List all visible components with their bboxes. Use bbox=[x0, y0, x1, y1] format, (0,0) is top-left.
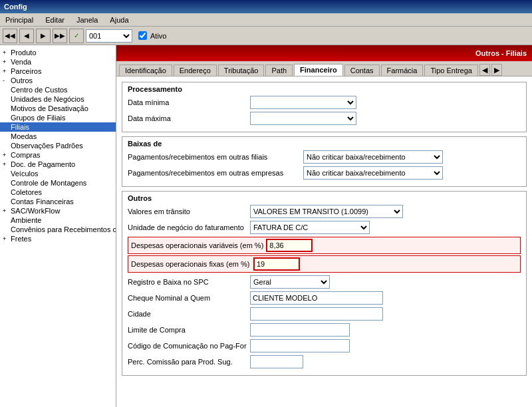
row-despesas-fixas: Despesas operacionais fixas (em %) bbox=[128, 255, 521, 273]
row-codigo-comunicacao: Código de Comunicação no Pag-For bbox=[128, 339, 521, 352]
input-limite-compra[interactable] bbox=[250, 323, 350, 337]
row-perc-comissao: Perc. Comissão para Prod. Sug. bbox=[128, 355, 521, 368]
label-pagamentos-filiais: Pagamentos/recebimentos em outras filiai… bbox=[128, 153, 301, 161]
section-processamento-title: Processamento bbox=[128, 85, 521, 93]
sidebar-item-fretes[interactable]: + Fretes bbox=[0, 234, 116, 243]
sidebar-item-ambiente[interactable]: Ambiente bbox=[0, 215, 116, 225]
expand-icon-produto: + bbox=[3, 49, 9, 56]
content-area: Outros - Filiais Identificação Endereço … bbox=[116, 45, 532, 407]
menu-principal[interactable]: Principal bbox=[3, 15, 36, 25]
label-despesas-fixas: Despesas operacionais fixas (em %) bbox=[131, 260, 251, 268]
back-button[interactable]: ◀ bbox=[19, 29, 34, 43]
form-content: Processamento Data mínima Data máxima Ba… bbox=[116, 76, 532, 407]
section-baixas-title: Baixas de bbox=[128, 140, 521, 148]
input-despesas-variaveis[interactable] bbox=[266, 239, 313, 252]
menu-ajuda[interactable]: Ajuda bbox=[107, 15, 131, 25]
row-cidade: Cidade bbox=[128, 307, 521, 321]
tab-scroll-right[interactable]: ▶ bbox=[491, 64, 502, 76]
sidebar-item-outros[interactable]: - Outros bbox=[0, 76, 116, 85]
row-despesas-variaveis: Despesas operacionais variáveis (em %) bbox=[128, 237, 521, 254]
sidebar-item-convenios[interactable]: Convênios para Recebimentos c bbox=[0, 225, 116, 234]
tab-scroll-left[interactable]: ◀ bbox=[479, 64, 490, 76]
confirm-button[interactable]: ✓ bbox=[69, 29, 84, 43]
row-pagamentos-filiais: Pagamentos/recebimentos em outras filiai… bbox=[128, 150, 521, 164]
select-data-minima[interactable] bbox=[250, 96, 356, 109]
menu-janela[interactable]: Janela bbox=[74, 15, 100, 25]
menu-editar[interactable]: Editar bbox=[43, 15, 67, 25]
sidebar-item-filiais[interactable]: Filiais bbox=[0, 122, 116, 132]
sidebar-item-grupos-filiais[interactable]: Grupos de Filiais bbox=[0, 113, 116, 122]
tab-tributacao[interactable]: Tributação bbox=[218, 65, 265, 76]
section-baixas: Baixas de Pagamentos/recebimentos em out… bbox=[122, 136, 527, 187]
select-valores-transito[interactable]: VALORES EM TRANSITO (1.0099) bbox=[250, 205, 403, 218]
expand-icon-parceiros: + bbox=[3, 68, 9, 74]
input-despesas-fixas[interactable] bbox=[253, 257, 300, 271]
code-select[interactable]: 001 bbox=[86, 29, 132, 43]
row-data-minima: Data mínima bbox=[128, 96, 521, 109]
ativo-label: Ativo bbox=[150, 32, 166, 40]
tab-financeiro[interactable]: Financeiro bbox=[294, 64, 343, 76]
row-valores-transito: Valores em trânsito VALORES EM TRANSITO … bbox=[128, 205, 521, 218]
tab-identificacao[interactable]: Identificação bbox=[119, 65, 172, 76]
row-cheque-nominal: Cheque Nominal a Quem bbox=[128, 291, 521, 305]
select-pagamentos-empresas[interactable]: Não criticar baixa/recebimento bbox=[303, 166, 443, 180]
sidebar-item-veiculos[interactable]: Veículos bbox=[0, 169, 116, 178]
section-outros: Outros Valores em trânsito VALORES EM TR… bbox=[122, 191, 527, 376]
toolbar: ◀◀ ◀ ▶ ▶▶ ✓ 001 Ativo bbox=[0, 27, 532, 45]
sidebar-item-compras[interactable]: + Compras bbox=[0, 150, 116, 160]
sidebar-item-doc-pagamento[interactable]: + Doc. de Pagamento bbox=[0, 160, 116, 169]
input-perc-comissao[interactable] bbox=[250, 355, 303, 368]
label-valores-transito: Valores em trânsito bbox=[128, 207, 247, 215]
sidebar-item-contas-financeiras[interactable]: Contas Financeiras bbox=[0, 197, 116, 206]
label-data-maxima: Data máxima bbox=[128, 114, 247, 122]
select-unidade-negocio[interactable]: FATURA DE C/C bbox=[250, 221, 370, 234]
sidebar-item-centro-custos[interactable]: Centro de Custos bbox=[0, 85, 116, 94]
section-processamento: Processamento Data mínima Data máxima bbox=[122, 82, 527, 132]
sidebar-item-produto[interactable]: + Produto bbox=[0, 48, 116, 57]
row-data-maxima: Data máxima bbox=[128, 112, 521, 125]
sidebar-item-observacoes-padroes[interactable]: Observações Padrões bbox=[0, 141, 116, 150]
label-data-minima: Data mínima bbox=[128, 98, 247, 106]
tab-tipo-entrega[interactable]: Tipo Entrega bbox=[424, 65, 478, 76]
label-despesas-variaveis: Despesas operacionais variáveis (em %) bbox=[131, 241, 263, 249]
input-codigo-comunicacao[interactable] bbox=[250, 339, 350, 352]
select-pagamentos-filiais[interactable]: Não criticar baixa/recebimento bbox=[303, 150, 443, 164]
select-data-maxima[interactable] bbox=[250, 112, 356, 125]
tabs-container: Identificação Endereço Tributação Path F… bbox=[116, 61, 532, 76]
sidebar-item-controle-montagens[interactable]: Controle de Montagens bbox=[0, 178, 116, 188]
select-registro-baixa-spc[interactable]: Geral bbox=[250, 275, 330, 289]
forward-button[interactable]: ▶ bbox=[36, 29, 51, 43]
label-registro-baixa-spc: Registro e Baixa no SPC bbox=[128, 278, 247, 286]
tab-endereco[interactable]: Endereço bbox=[174, 65, 217, 76]
label-cidade: Cidade bbox=[128, 310, 247, 318]
sidebar: + Produto + Venda + Parceiros - Outros C… bbox=[0, 45, 116, 407]
expand-icon-venda: + bbox=[3, 59, 9, 65]
sidebar-item-motivos-desativacao[interactable]: Motivos de Desativação bbox=[0, 104, 116, 113]
row-registro-baixa-spc: Registro e Baixa no SPC Geral bbox=[128, 275, 521, 289]
section-outros-title: Outros bbox=[128, 194, 521, 202]
expand-icon-sac: + bbox=[3, 207, 9, 214]
sidebar-item-parceiros[interactable]: + Parceiros bbox=[0, 67, 116, 76]
sidebar-item-moedas[interactable]: Moedas bbox=[0, 132, 116, 141]
expand-icon-compras: + bbox=[3, 152, 9, 158]
input-cidade[interactable] bbox=[250, 307, 383, 321]
ativo-checkbox[interactable] bbox=[138, 31, 147, 40]
sidebar-item-venda[interactable]: + Venda bbox=[0, 57, 116, 67]
content-header-label: Outros - Filiais bbox=[475, 49, 527, 57]
tab-farmacia[interactable]: Farmácia bbox=[381, 65, 424, 76]
back-first-button[interactable]: ◀◀ bbox=[3, 29, 17, 43]
tab-contas[interactable]: Contas bbox=[344, 65, 380, 76]
label-limite-compra: Limite de Compra bbox=[128, 326, 247, 334]
row-pagamentos-empresas: Pagamentos/recebimentos em outras empres… bbox=[128, 166, 521, 180]
forward-last-button[interactable]: ▶▶ bbox=[53, 29, 67, 43]
input-cheque-nominal[interactable] bbox=[250, 291, 383, 305]
sidebar-item-sac-workflow[interactable]: + SAC/WorkFlow bbox=[0, 206, 116, 215]
row-limite-compra: Limite de Compra bbox=[128, 323, 521, 337]
content-header: Outros - Filiais bbox=[116, 45, 532, 61]
expand-icon-doc-pagamento: + bbox=[3, 161, 9, 168]
expand-icon-fretes: + bbox=[3, 235, 9, 242]
sidebar-item-unidades-negocios[interactable]: Unidades de Negócios bbox=[0, 94, 116, 104]
title-bar: Config bbox=[0, 0, 532, 13]
sidebar-item-coletores[interactable]: Coletores bbox=[0, 188, 116, 197]
tab-path[interactable]: Path bbox=[265, 65, 293, 76]
